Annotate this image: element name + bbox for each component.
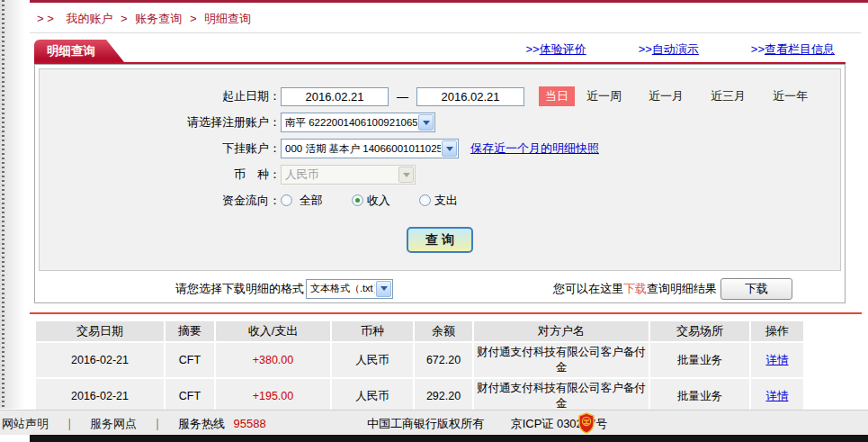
cell-channel: 批量业务 [650, 343, 749, 377]
date-from-input[interactable] [281, 87, 389, 106]
table-row: 2016-02-21 CFT +195.00 人民币 292.20 财付通支付科… [36, 379, 803, 413]
range-month-link[interactable]: 近一月 [649, 88, 684, 104]
left-gutter [0, 0, 27, 409]
subaccount-select[interactable]: 000 活期 基本户 1406600101102571848 [281, 139, 459, 158]
tab-header-row: 明细查询 >>体验评价 >>自动演示 >>查看栏目信息 [34, 40, 846, 64]
account-select[interactable]: 南平 6222001406100921065 灵通卡 [281, 113, 435, 132]
flow-expense-label: 支出 [434, 194, 458, 207]
footer-link-statement[interactable]: 网站声明 [2, 417, 49, 430]
col-header-amount: 收入/支出 [216, 321, 330, 341]
footer-separator: ｜ [64, 417, 76, 430]
red-divider [30, 312, 862, 314]
cell-currency: 人民币 [332, 379, 413, 413]
table-row: 2016-02-21 CFT +380.00 人民币 672.20 财付通支付科… [36, 343, 803, 377]
flow-option-income[interactable]: 收入 [352, 193, 390, 209]
link-experience-rating[interactable]: >>体验评价 [525, 41, 586, 58]
chevron-down-icon [398, 167, 414, 183]
range-today-button[interactable]: 当日 [539, 86, 575, 106]
download-hint: 您可以在这里下载查询明细结果 [553, 281, 717, 297]
col-header-summary: 摘要 [166, 321, 214, 341]
col-header-counterparty: 对方户名 [474, 321, 649, 341]
link-prefix: >> [639, 42, 652, 56]
link-view-column-info[interactable]: >>查看栏目信息 [751, 41, 835, 58]
tab-detail-query[interactable]: 明细查询 [34, 40, 124, 62]
col-header-currency: 币种 [332, 321, 413, 341]
download-row: 请您选择下载明细的格式 文本格式（.txt） 您可以在这里下载查询明细结果 下载 [35, 275, 845, 302]
download-format-label: 请您选择下载明细的格式 [175, 281, 304, 297]
detail-link[interactable]: 详情 [766, 390, 789, 402]
cell-date: 2016-02-21 [36, 343, 164, 377]
col-header-date: 交易日期 [36, 321, 164, 341]
date-dash: — [397, 90, 408, 104]
account-row: 请选择注册账户： 南平 6222001406100921065 灵通卡 [40, 112, 840, 133]
chevron-down-icon[interactable] [442, 140, 457, 157]
currency-label: 币 种： [40, 167, 281, 183]
footer-separator: ｜ [152, 417, 164, 430]
breadcrumb-prefix: > > [37, 12, 54, 25]
chevron-down-icon[interactable] [418, 114, 434, 131]
cell-date: 2016-02-21 [36, 379, 164, 413]
currency-select: 人民币 [281, 165, 416, 185]
footer-copyright: 中国工商银行版权所有 京ICP证 030247号 [367, 416, 607, 432]
range-year-link[interactable]: 近一年 [773, 88, 808, 104]
table-header-row: 交易日期 摘要 收入/支出 币种 余额 对方户名 交易场所 操作 [36, 321, 803, 341]
save-snapshot-link[interactable]: 保存近一个月的明细快照 [470, 140, 599, 157]
hint-suffix: 查询明细结果 [647, 282, 717, 295]
date-range-label: 起止日期： [40, 88, 281, 104]
date-to-input[interactable] [416, 87, 524, 106]
copyright-text: 中国工商银行版权所有 [367, 417, 484, 430]
col-header-balance: 余额 [415, 321, 472, 341]
chevron-down-icon[interactable] [376, 281, 391, 297]
cell-counterparty: 财付通支付科技有限公司客户备付金 [474, 343, 649, 377]
link-label: 自动演示 [652, 42, 699, 56]
range-week-link[interactable]: 近一周 [586, 88, 622, 104]
flow-option-all[interactable]: 全部 [281, 193, 323, 209]
breadcrumb-item-detail-query[interactable]: 明细查询 [204, 12, 251, 25]
account-label: 请选择注册账户： [40, 114, 281, 131]
cell-channel: 批量业务 [650, 379, 749, 413]
account-select-value: 南平 6222001406100921065 灵通卡 [285, 116, 417, 130]
col-header-channel: 交易场所 [650, 321, 749, 341]
flow-income-label: 收入 [367, 194, 390, 207]
cell-balance: 292.20 [415, 379, 472, 413]
hint-prefix: 您可以在这里 [553, 282, 623, 295]
download-button[interactable]: 下载 [720, 278, 792, 300]
flow-option-expense[interactable]: 支出 [419, 193, 458, 209]
query-button[interactable]: 查 询 [407, 227, 473, 253]
download-hint-link[interactable]: 下载 [623, 282, 647, 295]
download-format-value: 文本格式（.txt） [310, 282, 375, 295]
radio-expense-icon[interactable] [419, 194, 431, 206]
range-quarter-link[interactable]: 近三月 [711, 88, 746, 104]
flow-all-label: 全部 [300, 194, 323, 207]
breadcrumb-item-my-account[interactable]: 我的账户 [66, 12, 112, 25]
download-format-select[interactable]: 文本格式（.txt） [306, 279, 393, 299]
breadcrumb-separator: > [190, 12, 197, 25]
subaccount-select-value: 000 活期 基本户 1406600101102571848 [285, 142, 441, 156]
detail-link[interactable]: 详情 [766, 354, 789, 366]
flow-row: 资金流向： 全部 收入 支出 [40, 190, 840, 212]
currency-row: 币 种： 人民币 [40, 164, 840, 185]
link-label: 查看栏目信息 [765, 42, 835, 56]
cell-amount: +195.00 [216, 379, 330, 413]
query-button-wrap: 查 询 [40, 227, 840, 253]
breadcrumb: > > 我的账户 > 账务查询 > 明细查询 [30, 3, 861, 33]
date-range-row: 起止日期： — 当日 近一周 近一月 近三月 近一年 [40, 86, 840, 107]
link-label: 体验评价 [540, 42, 586, 56]
currency-select-value: 人民币 [285, 167, 398, 183]
query-panel: 起止日期： — 当日 近一周 近一月 近三月 近一年 请选择注册账户： 南平 6… [34, 64, 846, 303]
radio-all-icon[interactable] [281, 194, 292, 206]
breadcrumb-item-account-query[interactable]: 账务查询 [135, 12, 182, 25]
results-table: 交易日期 摘要 收入/支出 币种 余额 对方户名 交易场所 操作 2016-02… [34, 320, 805, 415]
cell-counterparty: 财付通支付科技有限公司客户备付金 [474, 379, 649, 413]
footer-link-branches[interactable]: 服务网点 [90, 417, 137, 430]
link-prefix: >> [525, 42, 539, 56]
radio-income-icon[interactable] [352, 194, 363, 206]
security-badge-icon [577, 412, 595, 437]
link-auto-demo[interactable]: >>自动演示 [639, 41, 699, 58]
cell-summary: CFT [166, 343, 214, 377]
link-prefix: >> [751, 42, 765, 56]
footer-hotline-label: 服务热线 [178, 417, 225, 430]
subaccount-label: 下挂账户： [40, 140, 281, 157]
cell-currency: 人民币 [332, 343, 413, 377]
query-form: 起止日期： — 当日 近一周 近一月 近三月 近一年 请选择注册账户： 南平 6… [39, 68, 841, 271]
